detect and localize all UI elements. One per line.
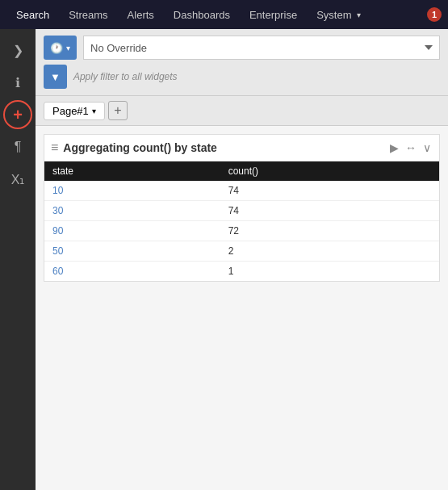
table-header: state count() (44, 161, 439, 181)
filter-button[interactable]: ▼ (44, 65, 67, 89)
time-control-row: 🕐 ▾ No OverrideLast 5 minutesLast 15 min… (44, 36, 440, 60)
widget-aggregating-count: ≡ Aggregating count() by state ▶ ↔ ∨ (44, 134, 440, 282)
cell-state: 60 (44, 262, 220, 282)
nav-item-system[interactable]: System ▾ (307, 0, 370, 29)
table-row: 3074 (44, 201, 439, 221)
table-header-row: state count() (44, 161, 439, 181)
time-override-button[interactable]: 🕐 ▾ (44, 36, 77, 60)
cell-state: 30 (44, 201, 220, 221)
widget-title-row: ≡ Aggregating count() by state (51, 140, 217, 155)
cell-count: 72 (220, 221, 439, 241)
sidebar-info-button[interactable]: ℹ (3, 68, 32, 97)
arrows-icon: ↔ (405, 141, 417, 154)
widget-title: Aggregating count() by state (63, 141, 217, 154)
sidebar-collapse-button[interactable]: ❯ (3, 36, 32, 65)
table-body: 107430749072502601 (44, 181, 439, 281)
top-navigation: Search Streams Alerts Dashboards Enterpr… (0, 0, 448, 29)
paragraph-icon: ¶ (15, 140, 22, 154)
chevron-right-icon: ❯ (13, 43, 23, 58)
col-count: count() (220, 161, 439, 181)
page-tabs: Page#1 ▾ + (36, 96, 448, 126)
nav-item-streams[interactable]: Streams (59, 0, 117, 29)
play-icon: ▶ (390, 141, 399, 154)
cell-state: 50 (44, 241, 220, 262)
widget-play-button[interactable]: ▶ (388, 140, 400, 156)
main-layout: ❯ ℹ + ¶ X₁ 🕐 ▾ No OverrideLast 5 minutes… (0, 29, 448, 490)
table-row: 1074 (44, 181, 439, 201)
data-table: state count() 107430749072502601 (44, 161, 439, 281)
main-content: 🕐 ▾ No OverrideLast 5 minutesLast 15 min… (36, 29, 448, 490)
filter-icon: ▼ (50, 71, 61, 83)
cell-count: 1 (220, 262, 439, 282)
time-override-select[interactable]: No OverrideLast 5 minutesLast 15 minutes… (83, 36, 440, 60)
cell-state: 90 (44, 221, 220, 241)
sidebar-subscript-button[interactable]: X₁ (3, 165, 32, 194)
expand-icon: ∨ (423, 141, 431, 154)
chevron-down-icon: ▾ (357, 10, 361, 19)
filter-label: Apply filter to all widgets (73, 71, 178, 82)
clock-icon: 🕐 (50, 42, 63, 54)
widget-resize-button[interactable]: ↔ (404, 140, 418, 156)
widget-expand-button[interactable]: ∨ (421, 140, 433, 156)
widget-header: ≡ Aggregating count() by state ▶ ↔ ∨ (44, 135, 439, 161)
table-row: 502 (44, 241, 439, 262)
filter-control-row: ▼ Apply filter to all widgets (44, 65, 440, 89)
table-row: 9072 (44, 221, 439, 241)
add-page-button[interactable]: + (108, 101, 128, 120)
widget-actions: ▶ ↔ ∨ (388, 140, 433, 156)
widget-area: ≡ Aggregating count() by state ▶ ↔ ∨ (36, 126, 448, 490)
cell-count: 74 (220, 201, 439, 221)
page-tab-chevron-icon: ▾ (92, 107, 96, 115)
subscript-icon: X₁ (11, 172, 25, 187)
left-sidebar: ❯ ℹ + ¶ X₁ (0, 29, 36, 490)
table-row: 601 (44, 262, 439, 282)
plus-icon: + (13, 106, 23, 124)
time-override-dropdown-arrow: ▾ (66, 44, 70, 52)
sidebar-add-button[interactable]: + (3, 100, 32, 129)
plus-icon: + (114, 103, 121, 118)
widget-menu-icon[interactable]: ≡ (51, 140, 58, 155)
controls-bar: 🕐 ▾ No OverrideLast 5 minutesLast 15 min… (36, 29, 448, 96)
cell-count: 2 (220, 241, 439, 262)
notification-badge[interactable]: 1 (427, 7, 442, 22)
page-tab-1[interactable]: Page#1 ▾ (44, 102, 105, 120)
col-state: state (44, 161, 220, 181)
page-tab-label: Page#1 (52, 105, 89, 117)
cell-state: 10 (44, 181, 220, 201)
cell-count: 74 (220, 181, 439, 201)
nav-item-dashboards[interactable]: Dashboards (164, 0, 240, 29)
sidebar-paragraph-button[interactable]: ¶ (3, 132, 32, 161)
info-icon: ℹ (15, 75, 20, 90)
nav-item-enterprise[interactable]: Enterprise (240, 0, 307, 29)
nav-item-search[interactable]: Search (6, 0, 59, 29)
nav-item-alerts[interactable]: Alerts (118, 0, 164, 29)
